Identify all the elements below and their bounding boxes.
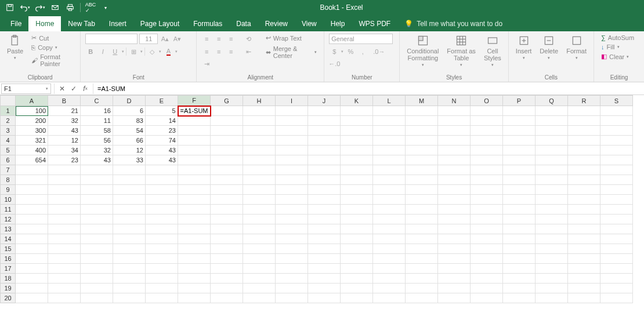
cell-R2[interactable]: [568, 116, 600, 126]
cell-P18[interactable]: [503, 274, 536, 284]
bold-button[interactable]: B: [85, 46, 96, 57]
name-box[interactable]: F1 ▾: [1, 83, 51, 94]
cell-E16[interactable]: [146, 254, 178, 264]
col-header-N[interactable]: N: [438, 96, 471, 106]
cell-L16[interactable]: [373, 254, 406, 264]
cell-Q3[interactable]: [536, 126, 568, 136]
cell-D10[interactable]: [113, 195, 146, 205]
cell-B18[interactable]: [48, 274, 81, 284]
col-header-J[interactable]: J: [308, 96, 341, 106]
cell-A19[interactable]: [16, 284, 48, 293]
percent-format-icon[interactable]: %: [345, 46, 356, 57]
cell-R10[interactable]: [568, 195, 600, 205]
row-header-6[interactable]: 6: [1, 155, 16, 165]
col-header-B[interactable]: B: [48, 96, 81, 106]
row-header-10[interactable]: 10: [1, 195, 16, 205]
cell-B13[interactable]: [48, 224, 81, 234]
cell-Q2[interactable]: [536, 116, 568, 126]
cell-R13[interactable]: [568, 224, 600, 234]
col-header-E[interactable]: E: [146, 96, 178, 106]
cell-J7[interactable]: [308, 165, 341, 175]
cell-F17[interactable]: [178, 264, 211, 274]
cell-H13[interactable]: [243, 224, 276, 234]
cell-J17[interactable]: [308, 264, 341, 274]
cell-P11[interactable]: [503, 205, 536, 215]
cell-A1[interactable]: 100: [16, 106, 48, 116]
col-header-O[interactable]: O: [471, 96, 503, 106]
row-header-7[interactable]: 7: [1, 165, 16, 175]
cell-O19[interactable]: [471, 284, 503, 293]
cell-E6[interactable]: 43: [146, 155, 178, 165]
orientation-icon[interactable]: ⟲: [243, 34, 254, 44]
cell-M5[interactable]: [406, 146, 438, 155]
cell-S13[interactable]: [600, 224, 633, 234]
cell-L20[interactable]: [373, 293, 406, 303]
cell-D2[interactable]: 83: [113, 116, 146, 126]
cell-A13[interactable]: [16, 224, 48, 234]
cell-B3[interactable]: 43: [48, 126, 81, 136]
cell-A12[interactable]: [16, 215, 48, 224]
cell-R11[interactable]: [568, 205, 600, 215]
cell-A15[interactable]: [16, 244, 48, 254]
cut-button[interactable]: ✂Cut: [29, 34, 75, 42]
cell-J6[interactable]: [308, 155, 341, 165]
cell-F10[interactable]: [178, 195, 211, 205]
cell-P13[interactable]: [503, 224, 536, 234]
cell-P14[interactable]: [503, 234, 536, 244]
align-right-icon[interactable]: ≡: [226, 46, 236, 57]
cell-K1[interactable]: [341, 106, 373, 116]
cell-B10[interactable]: [48, 195, 81, 205]
cell-D17[interactable]: [113, 264, 146, 274]
cell-I11[interactable]: [276, 205, 308, 215]
cell-A5[interactable]: 400: [16, 146, 48, 155]
italic-button[interactable]: I: [97, 46, 108, 57]
cell-H19[interactable]: [243, 284, 276, 293]
cell-J5[interactable]: [308, 146, 341, 155]
cell-S2[interactable]: [600, 116, 633, 126]
cell-F18[interactable]: [178, 274, 211, 284]
cell-A9[interactable]: [16, 185, 48, 195]
cell-C20[interactable]: [81, 293, 113, 303]
spreadsheet-grid[interactable]: ABCDEFGHIJKLMNOPQRS1100211665=A1-SUM2200…: [0, 95, 644, 303]
cell-G2[interactable]: [211, 116, 243, 126]
cell-N3[interactable]: [438, 126, 471, 136]
row-header-20[interactable]: 20: [1, 293, 16, 303]
col-header-C[interactable]: C: [81, 96, 113, 106]
quickprint-icon[interactable]: [64, 1, 77, 14]
cell-P16[interactable]: [503, 254, 536, 264]
col-header-P[interactable]: P: [503, 96, 536, 106]
cell-I6[interactable]: [276, 155, 308, 165]
cell-S9[interactable]: [600, 185, 633, 195]
cell-K17[interactable]: [341, 264, 373, 274]
cell-S12[interactable]: [600, 215, 633, 224]
cell-A11[interactable]: [16, 205, 48, 215]
cell-J13[interactable]: [308, 224, 341, 234]
row-header-17[interactable]: 17: [1, 264, 16, 274]
cell-A3[interactable]: 300: [16, 126, 48, 136]
col-header-G[interactable]: G: [211, 96, 243, 106]
select-all-corner[interactable]: [1, 96, 16, 106]
cell-E17[interactable]: [146, 264, 178, 274]
col-header-A[interactable]: A: [16, 96, 48, 106]
cell-F9[interactable]: [178, 185, 211, 195]
cell-R12[interactable]: [568, 215, 600, 224]
cell-F1[interactable]: =A1-SUM: [178, 106, 211, 116]
cell-A17[interactable]: [16, 264, 48, 274]
cell-M18[interactable]: [406, 274, 438, 284]
cell-F15[interactable]: [178, 244, 211, 254]
cell-G1[interactable]: [211, 106, 243, 116]
cell-E14[interactable]: [146, 234, 178, 244]
cell-G12[interactable]: [211, 215, 243, 224]
cell-N8[interactable]: [438, 175, 471, 185]
cell-R17[interactable]: [568, 264, 600, 274]
cell-E18[interactable]: [146, 274, 178, 284]
formula-input[interactable]: [95, 83, 644, 94]
cell-I8[interactable]: [276, 175, 308, 185]
cell-O5[interactable]: [471, 146, 503, 155]
cell-E1[interactable]: 5: [146, 106, 178, 116]
col-header-R[interactable]: R: [568, 96, 600, 106]
row-header-3[interactable]: 3: [1, 126, 16, 136]
cell-J4[interactable]: [308, 136, 341, 146]
cell-S14[interactable]: [600, 234, 633, 244]
cell-K8[interactable]: [341, 175, 373, 185]
